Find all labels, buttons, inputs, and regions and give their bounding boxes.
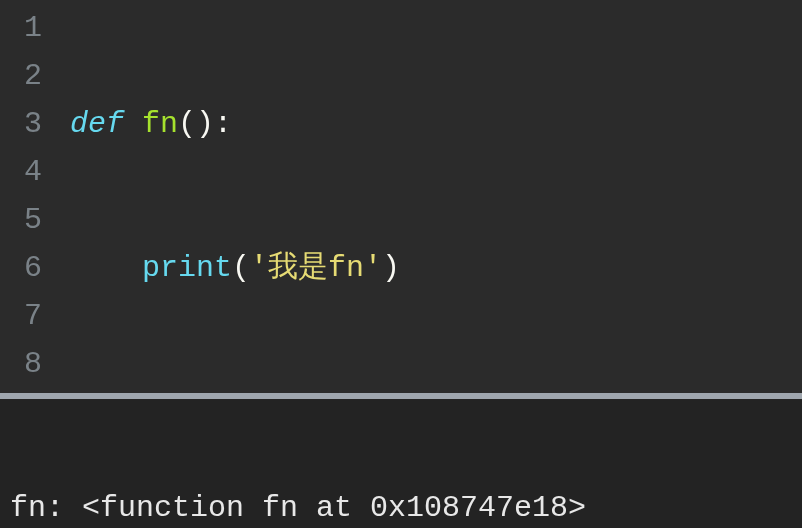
line-number: 2 <box>8 52 42 100</box>
line-number: 4 <box>8 148 42 196</box>
line-number-gutter: 1 2 3 4 5 6 7 8 <box>0 0 58 393</box>
punct-token: (): <box>178 107 232 141</box>
line-number: 7 <box>8 292 42 340</box>
indent-token <box>70 251 142 285</box>
line-number: 3 <box>8 100 42 148</box>
function-name-token: fn <box>142 107 178 141</box>
call-token: print <box>142 251 232 285</box>
punct-token: ( <box>232 251 250 285</box>
code-editor[interactable]: 1 2 3 4 5 6 7 8 def fn(): print('我是fn') … <box>0 0 802 393</box>
string-token: '我是fn' <box>250 251 382 285</box>
code-area[interactable]: def fn(): print('我是fn') print('fn:', fn)… <box>58 0 400 393</box>
line-number: 6 <box>8 244 42 292</box>
punct-token: ) <box>382 251 400 285</box>
console-line: fn: <function fn at 0x108747e18> <box>10 487 792 528</box>
line-number: 1 <box>8 4 42 52</box>
line-number: 8 <box>8 340 42 388</box>
code-line[interactable]: print('我是fn') <box>70 244 400 292</box>
keyword-token: def <box>70 107 124 141</box>
code-line[interactable] <box>70 388 400 436</box>
space-token <box>124 107 142 141</box>
code-line[interactable]: def fn(): <box>70 100 400 148</box>
line-number: 5 <box>8 196 42 244</box>
